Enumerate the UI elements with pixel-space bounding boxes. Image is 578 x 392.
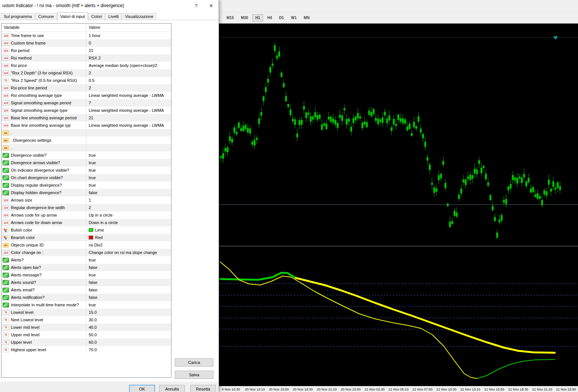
param-value-cell[interactable]: Down in a circle (86, 219, 171, 226)
param-value-cell[interactable]: true (86, 159, 171, 166)
param-row[interactable]: ½Upper mid level50.0 (1, 331, 171, 339)
param-value-cell[interactable]: 21 (86, 114, 171, 122)
param-row[interactable]: Divergence visible?true (1, 151, 171, 159)
param-row[interactable]: On indicator divergence visible?true (1, 166, 171, 174)
param-value-cell[interactable]: 70.0 (86, 346, 171, 353)
timeframe-button-d1[interactable]: D1 (276, 14, 287, 22)
param-value-cell[interactable]: Up in a circle (86, 211, 171, 219)
param-row[interactable]: 123Arrows code for down arrowDown in a c… (1, 219, 171, 226)
param-row[interactable]: On chart divergence visible?true (1, 174, 171, 181)
param-value-cell[interactable]: 2 (86, 204, 171, 211)
price-chart[interactable] (219, 24, 578, 386)
help-button[interactable]: ? (189, 0, 204, 11)
tab-comune[interactable]: Comune (35, 13, 57, 20)
timeframe-button-h1[interactable]: H1 (252, 14, 263, 22)
tab-colori[interactable]: Colori (88, 13, 105, 20)
param-value-cell[interactable] (86, 144, 171, 151)
timeframe-button-mn[interactable]: MN (301, 14, 313, 22)
param-row[interactable]: Bearish colorRed (1, 234, 171, 241)
param-row[interactable]: ab. (1, 129, 171, 137)
param-row[interactable]: 123Rsi priceAverage median body (open+cl… (1, 62, 171, 69)
param-row[interactable]: Bulish colorLime (1, 226, 171, 234)
param-row[interactable]: ½Lowest level15.0 (1, 309, 171, 316)
param-row[interactable]: 123Base line smoothing average period21 (1, 114, 171, 122)
param-value-cell[interactable]: true (86, 271, 171, 279)
timeframe-button-w1[interactable]: W1 (288, 14, 299, 22)
param-row[interactable]: Interpolate in multi time frame mode?tru… (1, 301, 171, 309)
param-value-cell[interactable]: 21 (86, 47, 171, 54)
param-value-cell[interactable]: Average median body (open+close)/2 (86, 62, 171, 69)
param-value-cell[interactable]: 1 hour (86, 32, 171, 39)
tab-sul-programma[interactable]: Sul programma (1, 13, 35, 20)
param-row[interactable]: Alerts email?false (1, 286, 171, 294)
param-value-cell[interactable]: rsi Div2 (86, 241, 171, 249)
param-value-cell[interactable]: true (86, 301, 171, 309)
tab-livelli[interactable]: Livelli (105, 13, 122, 20)
param-value-cell[interactable]: 2 (86, 69, 171, 77)
param-row[interactable]: 123"Rsx 2 Depth" (3 for original RSX)2 (1, 69, 171, 77)
param-row[interactable]: abObjects unique IDrsi Div2 (1, 241, 171, 249)
cancel-button[interactable]: Annulla (159, 385, 185, 392)
param-row[interactable]: ½Upper level60.0 (1, 339, 171, 346)
param-value-cell[interactable]: Linear weighted moving average - LWMA (86, 122, 171, 129)
param-value-cell[interactable]: true (86, 166, 171, 174)
timeframe-button-m30[interactable]: M30 (238, 14, 251, 22)
param-row[interactable]: Alerts?true (1, 256, 171, 264)
param-value-cell[interactable]: 40.0 (86, 324, 171, 331)
param-value-cell[interactable] (86, 137, 171, 144)
param-row[interactable]: 123Arrows code for up arrowUp in a circl… (1, 211, 171, 219)
param-row[interactable]: ½Next Lowest level30.0 (1, 316, 171, 324)
param-row[interactable]: ab. Divergences settings (1, 137, 171, 144)
param-row[interactable]: ½Lower mid level40.0 (1, 324, 171, 331)
param-value-cell[interactable]: true (86, 256, 171, 264)
param-value-cell[interactable]: Lime (86, 226, 171, 234)
param-row[interactable]: 123Rsi smoothing average typeLinear weig… (1, 92, 171, 99)
param-value-cell[interactable]: false (86, 189, 171, 196)
tab-visualizzazione[interactable]: Visualizzazione (122, 13, 156, 20)
param-value-cell[interactable]: 7 (86, 99, 171, 107)
param-value-cell[interactable]: false (86, 294, 171, 301)
param-value-cell[interactable]: true (86, 174, 171, 181)
param-row[interactable]: Display regular divergence?true (1, 181, 171, 189)
param-value-cell[interactable]: false (86, 279, 171, 286)
param-row[interactable]: Alerts sound?false (1, 279, 171, 286)
timeframe-button-h4[interactable]: H4 (264, 14, 275, 22)
param-value-cell[interactable]: 50.0 (86, 331, 171, 339)
param-row[interactable]: Alerts message?true (1, 271, 171, 279)
close-button[interactable]: ✕ (204, 0, 219, 11)
param-value-cell[interactable]: Change color on rsi ma slope change (86, 249, 171, 256)
param-value-cell[interactable]: true (86, 151, 171, 159)
param-value-cell[interactable]: 30.0 (86, 316, 171, 324)
save-button[interactable]: Salva (175, 371, 213, 379)
param-row[interactable]: ½"Rsx 2 Speed" (0.5 for original RSX)0.5 (1, 77, 171, 84)
tab-valori-di-input[interactable]: Valori di input (57, 12, 88, 20)
param-row[interactable]: 123Signal smoothing average period7 (1, 99, 171, 107)
param-value-cell[interactable]: true (86, 181, 171, 189)
param-value-cell[interactable]: 0 (86, 39, 171, 47)
load-button[interactable]: Carica (175, 358, 213, 367)
param-value-cell[interactable]: 60.0 (86, 339, 171, 346)
reset-button[interactable]: Resetta (190, 385, 216, 392)
param-value-cell[interactable]: Linear weighted moving average - LWMA (86, 107, 171, 114)
param-row[interactable]: 123Custom time frame0 (1, 39, 171, 47)
param-value-cell[interactable]: Linear weighted moving average - LWMA (86, 92, 171, 99)
param-value-cell[interactable]: RSX 2 (86, 54, 171, 62)
param-row[interactable]: 123Time frame to use1 hour (1, 32, 171, 39)
param-row[interactable]: 123Arrows size1 (1, 196, 171, 204)
param-value-cell[interactable]: 0.5 (86, 77, 171, 84)
param-row[interactable]: 123Rsi methodRSX 2 (1, 54, 171, 62)
param-value-cell[interactable]: 1 (86, 196, 171, 204)
param-value-cell[interactable]: Red (86, 234, 171, 241)
param-row[interactable]: ½Highest upper level70.0 (1, 346, 171, 353)
param-row[interactable]: 123Regular divergence line width2 (1, 204, 171, 211)
param-row[interactable]: ab. (1, 144, 171, 151)
param-row[interactable]: 123Rsi price line period2 (1, 84, 171, 92)
param-row[interactable]: 123Rsi period21 (1, 47, 171, 54)
param-row[interactable]: 123Color change on :Change color on rsi … (1, 249, 171, 256)
param-row[interactable]: Display hidden divergence?false (1, 189, 171, 196)
param-value-cell[interactable]: 15.0 (86, 309, 171, 316)
param-value-cell[interactable]: false (86, 286, 171, 294)
param-value-cell[interactable] (86, 129, 171, 137)
param-row[interactable]: 123Base line smoothing average typLinear… (1, 122, 171, 129)
param-value-cell[interactable]: false (86, 264, 171, 271)
